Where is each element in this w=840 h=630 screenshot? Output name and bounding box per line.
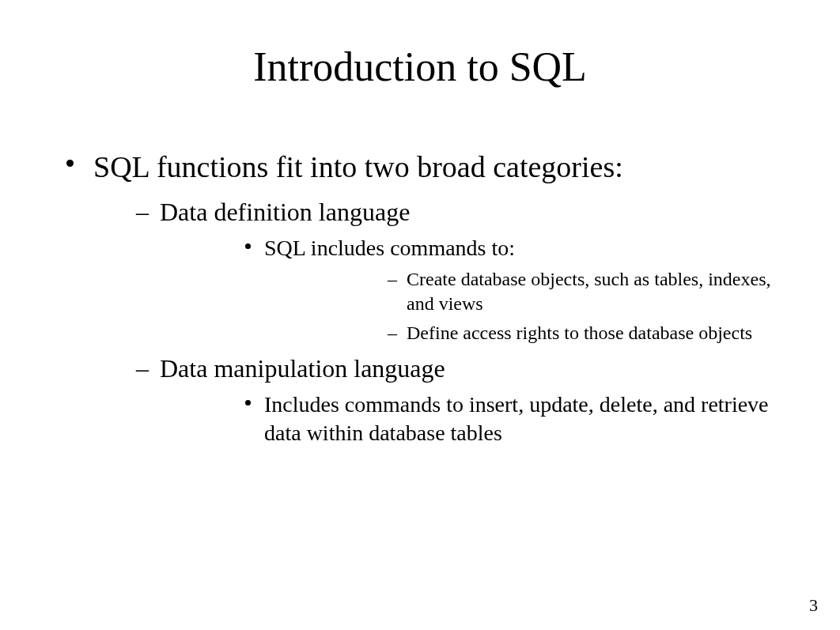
bullet-text: SQL functions fit into two broad categor… — [93, 150, 623, 183]
slide: Introduction to SQL SQL functions fit in… — [0, 0, 840, 630]
bullet-level-3: Includes commands to insert, update, del… — [160, 390, 783, 447]
bullet-level-2: Data manipulation language Includes comm… — [93, 353, 783, 447]
bullet-text: Data definition language — [160, 198, 410, 226]
bullet-text: Includes commands to insert, update, del… — [264, 392, 769, 445]
bullet-text: Define access rights to those database o… — [407, 323, 752, 343]
bullet-text: SQL includes commands to: — [264, 236, 515, 260]
bullet-level-3: SQL includes commands to: Create databas… — [160, 234, 783, 345]
slide-body: SQL functions fit into two broad categor… — [57, 149, 783, 458]
bullet-level-4: Create database objects, such as tables,… — [264, 267, 783, 315]
bullet-text: Create database objects, such as tables,… — [407, 269, 771, 314]
slide-title: Introduction to SQL — [0, 44, 840, 89]
bullet-level-4: Define access rights to those database o… — [264, 321, 783, 345]
bullet-text: Data manipulation language — [160, 354, 445, 383]
bullet-level-2: Data definition language SQL includes co… — [93, 196, 783, 345]
bullet-level-1: SQL functions fit into two broad categor… — [57, 149, 783, 447]
page-number: 3 — [809, 595, 818, 616]
